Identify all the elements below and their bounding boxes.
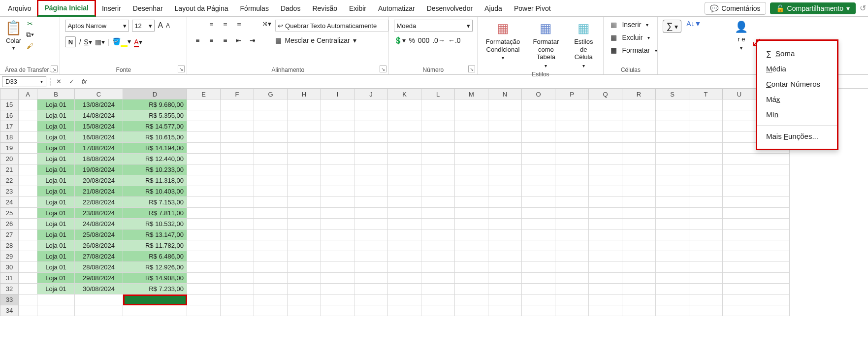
cell[interactable] (689, 197, 723, 208)
cell[interactable]: R$ 14.908,00 (123, 273, 187, 284)
cell[interactable] (756, 251, 790, 262)
cell[interactable] (689, 284, 723, 295)
cell[interactable] (488, 251, 522, 262)
cell[interactable] (589, 262, 622, 273)
cell[interactable] (455, 295, 488, 305)
cell[interactable] (455, 121, 488, 132)
dialog-launcher-icon[interactable]: ↘ (51, 65, 58, 72)
cell[interactable] (421, 143, 455, 154)
cell[interactable]: R$ 10.532,00 (123, 219, 187, 229)
font-size-select[interactable]: 12▾ (132, 20, 155, 32)
name-box[interactable]: D33 ▾ (2, 76, 46, 87)
cell[interactable] (388, 219, 421, 229)
cell[interactable] (622, 175, 656, 186)
cell[interactable] (622, 121, 656, 132)
cell[interactable] (321, 305, 354, 316)
cell[interactable] (354, 175, 388, 186)
cell[interactable] (589, 197, 622, 208)
align-bottom-icon[interactable]: ≡ (233, 20, 244, 30)
row-header[interactable]: 29 (0, 251, 19, 262)
cell[interactable] (455, 240, 488, 251)
tab-ajuda[interactable]: Ajuda (479, 1, 508, 15)
tab-exibir[interactable]: Exibir (343, 1, 372, 15)
cell[interactable] (555, 284, 589, 295)
tab-revisao[interactable]: Revisão (306, 1, 343, 15)
cell[interactable] (555, 132, 589, 143)
column-header[interactable]: L (421, 89, 455, 99)
cell[interactable] (488, 197, 522, 208)
menu-max[interactable]: Máx (757, 92, 837, 107)
cell[interactable] (455, 99, 488, 110)
dialog-launcher-icon[interactable]: ↘ (380, 65, 386, 72)
cell[interactable] (656, 154, 689, 164)
row-header[interactable]: 33 (0, 295, 19, 305)
cell[interactable] (756, 154, 790, 164)
cell[interactable] (723, 295, 756, 305)
cell[interactable] (19, 208, 37, 219)
cell[interactable]: Loja 01 (37, 240, 75, 251)
cell[interactable] (187, 186, 221, 197)
row-header[interactable]: 25 (0, 208, 19, 219)
cell[interactable] (421, 175, 455, 186)
cell-styles-button[interactable]: ▦ Estilos de Célula▾ (569, 20, 598, 70)
cell[interactable] (589, 154, 622, 164)
cell[interactable] (388, 284, 421, 295)
cell[interactable] (522, 110, 555, 121)
cell[interactable] (288, 99, 321, 110)
align-middle-icon[interactable]: ≡ (220, 20, 230, 30)
menu-media[interactable]: Média (757, 61, 837, 76)
cell[interactable] (288, 262, 321, 273)
cell[interactable] (689, 219, 723, 229)
cell[interactable] (37, 305, 75, 316)
cell[interactable] (254, 143, 288, 154)
cell[interactable] (622, 251, 656, 262)
cell[interactable] (354, 164, 388, 175)
cell[interactable] (421, 121, 455, 132)
cell[interactable] (455, 186, 488, 197)
cell[interactable] (388, 240, 421, 251)
cell[interactable] (421, 99, 455, 110)
copy-icon[interactable]: ⧉▾ (26, 31, 34, 39)
cell[interactable] (723, 240, 756, 251)
column-header[interactable]: C (75, 89, 123, 99)
cell[interactable] (589, 132, 622, 143)
cell[interactable] (555, 164, 589, 175)
cell[interactable] (589, 251, 622, 262)
cell[interactable] (622, 164, 656, 175)
cell[interactable] (455, 219, 488, 229)
align-left-icon[interactable]: ≡ (192, 35, 203, 45)
cell[interactable] (455, 197, 488, 208)
cell[interactable] (221, 251, 254, 262)
cell[interactable] (288, 219, 321, 229)
cell[interactable] (455, 110, 488, 121)
cell[interactable] (522, 99, 555, 110)
cell[interactable] (221, 219, 254, 229)
cell[interactable] (622, 295, 656, 305)
cell[interactable] (187, 284, 221, 295)
cell[interactable] (187, 219, 221, 229)
row-header[interactable]: 18 (0, 132, 19, 143)
cell[interactable] (321, 273, 354, 284)
cell[interactable]: Loja 01 (37, 273, 75, 284)
cell[interactable] (354, 295, 388, 305)
cell[interactable] (19, 219, 37, 229)
cell[interactable] (555, 175, 589, 186)
cell[interactable] (19, 262, 37, 273)
cell[interactable] (455, 164, 488, 175)
cell[interactable]: Loja 01 (37, 110, 75, 121)
cell[interactable] (622, 197, 656, 208)
cell[interactable] (522, 262, 555, 273)
cell[interactable] (455, 175, 488, 186)
delete-cells-button[interactable]: ▦Excluir▾ (609, 33, 652, 42)
cut-icon[interactable]: ✂ (27, 20, 33, 28)
cell[interactable] (555, 208, 589, 219)
cell[interactable] (522, 175, 555, 186)
cell[interactable] (488, 305, 522, 316)
cell[interactable] (555, 186, 589, 197)
cell[interactable] (388, 154, 421, 164)
cell[interactable] (221, 197, 254, 208)
cell[interactable] (221, 175, 254, 186)
cell[interactable] (221, 121, 254, 132)
cell[interactable] (723, 121, 756, 132)
cell[interactable] (488, 121, 522, 132)
